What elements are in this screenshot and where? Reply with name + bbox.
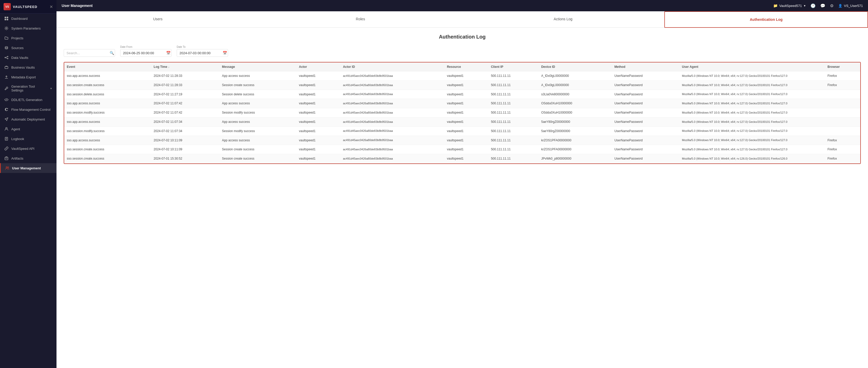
cell-user-agent: Mozilla/5.0 (Windows NT 10.0; Win64; x64…	[680, 72, 825, 81]
chat-icon[interactable]: 💬	[820, 3, 825, 8]
cell-browser: Firefox	[825, 72, 860, 81]
sidebar-item-dashboard[interactable]: Dashboard	[0, 13, 57, 23]
table-row[interactable]: sso.session.create.success2024-07-02 11:…	[64, 80, 860, 90]
share-icon	[4, 55, 9, 60]
calendar-icon[interactable]: 📅	[223, 51, 227, 55]
cell-browser	[825, 126, 860, 136]
table-row[interactable]: sso.app.access.success2024-07-02 11:07:4…	[64, 99, 860, 108]
cell-resource: vaultspeed1	[444, 126, 488, 136]
cell-message: Session create success	[219, 80, 296, 90]
table-row[interactable]: sso.app.access.success2024-07-02 11:28:3…	[64, 72, 860, 81]
col-header-actor: Actor	[296, 62, 340, 72]
svg-point-10	[6, 128, 7, 129]
sidebar-item-metadata-export[interactable]: Metadata Export	[0, 72, 57, 82]
close-icon[interactable]: ✕	[50, 4, 53, 9]
table-row[interactable]: sso.session.modify.success2024-07-02 11:…	[64, 108, 860, 117]
cell-client-ip: 500.111.11.11	[489, 145, 539, 154]
svg-point-13	[6, 167, 7, 168]
gear-icon[interactable]: ⚙	[830, 3, 834, 8]
cell-actor-id: ac491d45aec0426a80de83b8b9501baa	[340, 99, 444, 108]
cell-log-time: 2024-07-02 11:07:34	[151, 126, 219, 136]
calendar-icon[interactable]: 📅	[166, 51, 170, 55]
cell-method: UserNamePassword	[612, 145, 679, 154]
sidebar-item-label: Automatic Deployment	[11, 117, 52, 121]
svg-point-6	[7, 56, 8, 57]
cell-browser	[825, 117, 860, 126]
table-row[interactable]: sso.session.modify.success2024-07-02 11:…	[64, 126, 860, 136]
tab-users[interactable]: Users	[57, 11, 259, 28]
sidebar-item-automatic-deployment[interactable]: Automatic Deployment	[0, 114, 57, 124]
cell-user-agent: Mozilla/5.0 (Windows NT 10.0; Win64; x64…	[680, 80, 825, 90]
date-to-label: Date To	[177, 46, 228, 48]
cell-device-id: OSddu0XuH10000000	[538, 99, 612, 108]
sidebar-item-projects[interactable]: Projects	[0, 33, 57, 43]
search-icon[interactable]: 🔍	[110, 51, 114, 55]
tab-authentication-log[interactable]: Authentication Log	[664, 11, 868, 28]
search-input[interactable]	[66, 51, 110, 55]
date-from-input-wrapper[interactable]: 📅	[120, 49, 172, 57]
date-from-field: Date From 📅	[120, 46, 172, 57]
cell-message: App access success	[219, 99, 296, 108]
cell-user-agent: Mozilla/5.0 (Windows NT 10.0; Win64; x64…	[680, 90, 825, 99]
sidebar-item-vaultspeed-api[interactable]: VaultSpeed API	[0, 144, 57, 153]
sidebar-item-user-management[interactable]: User Management	[0, 163, 57, 173]
sidebar-item-agent[interactable]: Agent	[0, 124, 57, 134]
cell-client-ip: 500.111.11.11	[489, 72, 539, 81]
sidebar-item-logbook[interactable]: Logbook	[0, 134, 57, 144]
cell-event: sso.session.delete.success	[64, 90, 151, 99]
cell-resource: vaultspeed1	[444, 154, 488, 164]
cell-actor: vaultspeed1	[296, 126, 340, 136]
sidebar-item-artifacts[interactable]: Artifacts	[0, 153, 57, 163]
search-box[interactable]: 🔍	[64, 49, 115, 57]
col-header-log-time[interactable]: Log Time ↓	[151, 62, 219, 72]
cell-event: sso.session.modify.success	[64, 108, 151, 117]
svg-rect-12	[5, 157, 8, 160]
cell-method: UserNamePassword	[612, 90, 679, 99]
cell-resource: vaultspeed1	[444, 99, 488, 108]
table-row[interactable]: sso.session.delete.success2024-07-02 11:…	[64, 90, 860, 99]
date-to-input-wrapper[interactable]: 📅	[177, 49, 228, 57]
date-from-input[interactable]	[123, 51, 164, 55]
sidebar-item-data-vaults[interactable]: Data Vaults	[0, 53, 57, 62]
table-row[interactable]: sso.app.access.success2024-07-02 10:11:0…	[64, 136, 860, 145]
table-row[interactable]: sso.session.create.success2024-07-01 15:…	[64, 154, 860, 164]
cell-resource: vaultspeed1	[444, 136, 488, 145]
cell-message: Session create success	[219, 145, 296, 154]
cell-event: sso.app.access.success	[64, 117, 151, 126]
table-row[interactable]: sso.session.create.success2024-07-02 10:…	[64, 145, 860, 154]
cell-actor-id: ac491d45aec0426a80de83b8b9501baa	[340, 72, 444, 81]
sidebar-item-label: Flow Management Control	[11, 108, 52, 112]
project-selector[interactable]: 📁 VaultSpeed571 ▼	[773, 4, 806, 8]
briefcase-icon	[4, 65, 9, 69]
table-row[interactable]: sso.app.access.success2024-07-02 11:07:3…	[64, 117, 860, 126]
package-icon	[4, 156, 9, 161]
date-to-input[interactable]	[180, 51, 221, 55]
svg-rect-2	[5, 19, 6, 20]
sidebar-item-label: Logbook	[11, 137, 52, 141]
tab-roles[interactable]: Roles	[259, 11, 462, 28]
cell-device-id: 5aeY80rgZ00000000	[538, 117, 612, 126]
cell-message: Session create success	[219, 154, 296, 164]
cell-method: UserNamePassword	[612, 126, 679, 136]
sidebar-item-label: User Management	[12, 166, 52, 170]
sidebar-item-sources[interactable]: Sources	[0, 43, 57, 53]
clock-icon[interactable]: 🕐	[810, 3, 816, 8]
cell-browser: Firefox	[825, 136, 860, 145]
sidebar: VS VAULTSPEED ✕ Dashboard System Paramet…	[0, 0, 57, 368]
user-menu[interactable]: 👤 VS_User571	[838, 4, 863, 8]
sidebar-item-system-parameters[interactable]: System Parameters	[0, 23, 57, 33]
sidebar-item-flow-management[interactable]: Flow Management Control	[0, 105, 57, 114]
cell-client-ip: 500.111.11.11	[489, 117, 539, 126]
cell-message: App access success	[219, 136, 296, 145]
cell-actor-id: ac491d45aec0426a80de83b8b9501baa	[340, 145, 444, 154]
svg-point-4	[6, 28, 7, 29]
sidebar-item-label: VaultSpeed API	[11, 147, 52, 150]
sidebar-item-label: Artifacts	[11, 157, 52, 160]
sidebar-item-ddl-etl[interactable]: DDL/ETL Generation	[0, 95, 57, 105]
tab-actions-log[interactable]: Actions Log	[462, 11, 664, 28]
sidebar-item-business-vaults[interactable]: Business Vaults	[0, 62, 57, 72]
link-icon	[4, 146, 9, 151]
col-header-browser: Browser	[825, 62, 860, 72]
sidebar-item-generation-tool-settings[interactable]: Generation Tool Settings ▼	[0, 82, 57, 95]
page-title: Authentication Log	[64, 34, 861, 40]
